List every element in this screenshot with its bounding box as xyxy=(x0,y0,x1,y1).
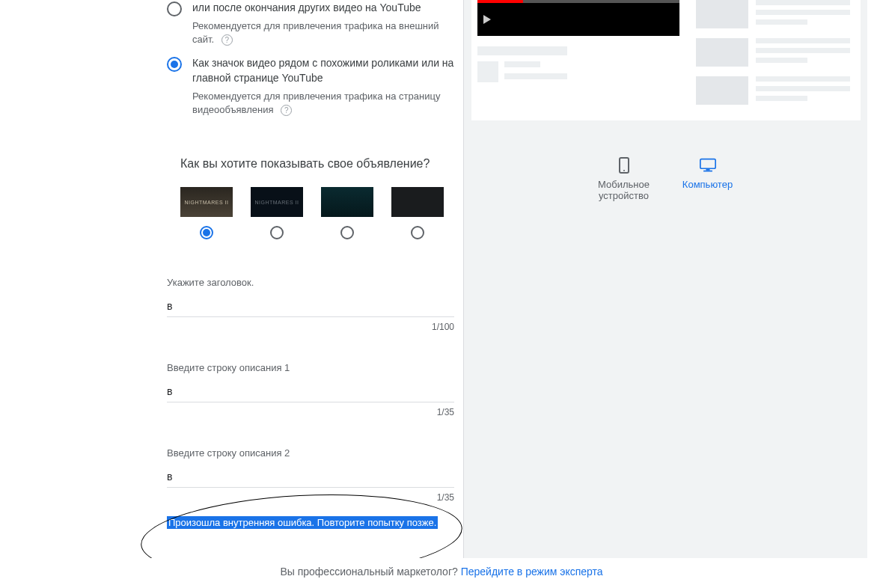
svg-rect-2 xyxy=(700,159,715,169)
thumbnail-chooser: NIGHTMARES II NIGHTMARES II xyxy=(180,187,454,239)
play-icon xyxy=(483,15,491,24)
description2-field-block: Введите строку описания 2 1/35 xyxy=(167,447,454,503)
thumbnail-option-1[interactable]: NIGHTMARES II xyxy=(180,187,233,239)
footer-bar: Вы профессиональный маркетолог? Перейдит… xyxy=(0,558,883,588)
thumbnail-option-3[interactable] xyxy=(321,187,373,239)
char-counter: 1/100 xyxy=(167,322,454,332)
char-counter: 1/35 xyxy=(167,407,454,417)
svg-point-1 xyxy=(623,170,625,171)
thumbnail-option-4[interactable] xyxy=(391,187,444,239)
description2-input[interactable] xyxy=(167,466,454,488)
error-message: Произошла внутренняя ошибка. Повторите п… xyxy=(167,516,438,529)
field-label: Введите строку описания 1 xyxy=(167,362,454,373)
device-label: Компьютер xyxy=(682,179,733,190)
radio-icon[interactable] xyxy=(340,226,354,239)
option-title: или после окончания других видео на YouT… xyxy=(192,0,454,15)
description1-input[interactable] xyxy=(167,381,454,402)
headline-input[interactable] xyxy=(167,295,454,317)
ad-form-column: или после окончания других видео на YouT… xyxy=(167,0,463,588)
char-counter: 1/35 xyxy=(167,492,454,503)
thumbnail-section-heading: Как вы хотите показывать свое объявление… xyxy=(180,157,454,171)
video-meta-mock xyxy=(477,46,679,85)
help-icon[interactable]: ? xyxy=(221,34,233,46)
video-player-mock xyxy=(477,0,679,36)
thumbnail-image[interactable] xyxy=(321,187,373,217)
option-title: Как значок видео рядом с похожими ролика… xyxy=(192,55,454,85)
device-desktop[interactable]: Компьютер xyxy=(672,156,744,201)
radio-icon[interactable] xyxy=(270,226,284,239)
device-mobile[interactable]: Мобильное устройство xyxy=(588,156,660,201)
option-subtitle: Рекомендуется для привлечения трафика на… xyxy=(192,19,454,46)
thumbnail-image[interactable] xyxy=(391,187,444,217)
option-subtitle: Рекомендуется для привлечения трафика на… xyxy=(192,90,454,117)
description1-field-block: Введите строку описания 1 1/35 xyxy=(167,362,454,417)
ad-format-option-1[interactable]: или после окончания других видео на YouT… xyxy=(167,0,454,46)
ad-format-option-2[interactable]: Как значок видео рядом с похожими ролика… xyxy=(167,55,454,117)
expert-mode-link[interactable]: Перейдите в режим эксперта xyxy=(461,566,603,578)
radio-icon[interactable] xyxy=(167,57,182,72)
field-label: Введите строку описания 2 xyxy=(167,447,454,459)
mobile-icon xyxy=(616,156,632,174)
preview-mock xyxy=(471,0,861,120)
radio-icon[interactable] xyxy=(411,226,424,239)
thumbnail-image[interactable]: NIGHTMARES II xyxy=(180,187,233,217)
footer-question: Вы профессиональный маркетолог? xyxy=(280,566,460,578)
related-list-mock xyxy=(696,0,850,114)
preview-column: Мобильное устройство Компьютер xyxy=(463,0,867,588)
device-preview-toggle: Мобильное устройство Компьютер xyxy=(464,156,867,201)
desktop-icon xyxy=(700,156,716,174)
thumbnail-image[interactable]: NIGHTMARES II xyxy=(251,187,303,217)
radio-icon[interactable] xyxy=(167,1,182,16)
field-label: Укажите заголовок. xyxy=(167,277,454,288)
radio-icon[interactable] xyxy=(200,226,213,239)
help-icon[interactable]: ? xyxy=(281,105,292,116)
headline-field-block: Укажите заголовок. 1/100 xyxy=(167,277,454,332)
svg-rect-3 xyxy=(706,168,709,171)
svg-rect-4 xyxy=(703,171,712,172)
thumbnail-option-2[interactable]: NIGHTMARES II xyxy=(251,187,303,239)
device-label: Мобильное устройство xyxy=(588,179,660,201)
